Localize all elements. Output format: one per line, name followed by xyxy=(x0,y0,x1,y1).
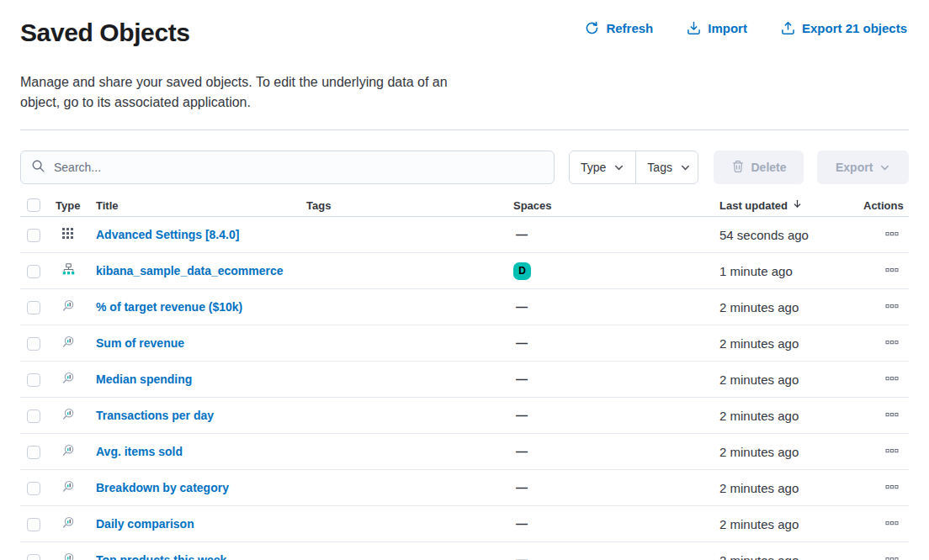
column-header-tags: Tags xyxy=(306,199,513,212)
refresh-icon xyxy=(585,21,599,35)
spaces-cell: — xyxy=(513,480,719,495)
saved-object-title-link[interactable]: Breakdown by category xyxy=(96,481,229,494)
table-row: Daily comparison — 2 minutes ago xyxy=(20,506,909,542)
import-icon xyxy=(687,21,701,35)
boxes-horizontal-icon xyxy=(885,335,899,351)
row-actions-button[interactable] xyxy=(884,298,900,317)
export-selection-label: Export xyxy=(836,161,873,174)
row-checkbox[interactable] xyxy=(27,409,40,423)
table-row: % of target revenue ($10k) — 2 minutes a… xyxy=(20,289,909,325)
column-header-type[interactable]: Type xyxy=(56,199,96,212)
type-filter-button[interactable]: Type xyxy=(570,151,635,183)
last-updated-cell: 2 minutes ago xyxy=(719,372,863,387)
boxes-horizontal-icon xyxy=(885,552,899,560)
spaces-empty-dash: — xyxy=(513,445,528,458)
last-updated-cell: 2 minutes ago xyxy=(719,481,863,495)
trash-icon xyxy=(731,160,745,176)
spaces-empty-dash: — xyxy=(513,336,528,350)
row-actions-button[interactable] xyxy=(884,551,900,560)
row-checkbox[interactable] xyxy=(27,301,40,314)
table-row: Median spending — 2 minutes ago xyxy=(20,362,909,398)
spaces-empty-dash: — xyxy=(513,409,528,422)
refresh-label: Refresh xyxy=(606,21,653,35)
search-input[interactable] xyxy=(52,160,544,175)
export-selection-button[interactable]: Export xyxy=(817,151,909,184)
chevron-down-icon xyxy=(613,162,624,173)
row-actions-button[interactable] xyxy=(884,442,900,462)
row-actions-button[interactable] xyxy=(884,262,900,281)
toolbar: Type Tags Delete Export xyxy=(20,151,909,184)
space-badge-default: D xyxy=(513,262,531,280)
table-row: Avg. items sold — 2 minutes ago xyxy=(20,434,909,470)
table-row: Breakdown by category — 2 minutes ago xyxy=(20,470,909,506)
spaces-cell: — xyxy=(513,335,719,351)
row-checkbox[interactable] xyxy=(27,337,40,351)
boxes-horizontal-icon xyxy=(885,408,899,424)
saved-object-title-link[interactable]: Avg. items sold xyxy=(96,445,183,458)
row-checkbox[interactable] xyxy=(27,482,40,495)
spaces-cell: — xyxy=(513,552,719,560)
import-button[interactable]: Import xyxy=(687,21,747,35)
row-actions-button[interactable] xyxy=(884,515,900,534)
saved-object-title-link[interactable]: Top products this week xyxy=(96,553,226,560)
delete-button[interactable]: Delete xyxy=(714,151,804,184)
last-updated-cell: 2 minutes ago xyxy=(719,336,863,351)
header-divider xyxy=(20,129,909,130)
row-checkbox[interactable] xyxy=(27,518,40,531)
sort-desc-arrow-icon xyxy=(792,198,803,212)
boxes-horizontal-icon xyxy=(885,444,899,460)
row-actions-button[interactable] xyxy=(884,370,900,389)
column-header-spaces: Spaces xyxy=(513,199,719,212)
row-checkbox[interactable] xyxy=(27,446,40,459)
spaces-cell: — xyxy=(513,299,719,314)
refresh-button[interactable]: Refresh xyxy=(585,21,653,35)
tags-filter-button[interactable]: Tags xyxy=(635,151,698,183)
delete-label: Delete xyxy=(751,161,787,174)
select-all-checkbox[interactable] xyxy=(27,198,40,212)
spaces-cell: — xyxy=(513,227,719,242)
saved-object-title-link[interactable]: Advanced Settings [8.4.0] xyxy=(96,228,239,241)
type-filter-label: Type xyxy=(581,161,606,174)
last-updated-cell: 54 seconds ago xyxy=(719,228,863,242)
spaces-empty-dash: — xyxy=(513,300,528,314)
lens-icon xyxy=(62,480,75,493)
boxes-horizontal-icon xyxy=(885,227,899,243)
filter-group: Type Tags xyxy=(569,151,698,184)
spaces-empty-dash: — xyxy=(513,517,528,531)
header-actions: Refresh Import Export 21 objects xyxy=(585,21,907,35)
row-checkbox[interactable] xyxy=(27,265,40,278)
index-pattern-icon xyxy=(62,263,75,276)
chevron-down-icon xyxy=(879,162,890,173)
boxes-horizontal-icon xyxy=(885,299,899,315)
boxes-horizontal-icon xyxy=(885,480,899,496)
tags-filter-label: Tags xyxy=(647,161,672,174)
table-row: Advanced Settings [8.4.0] — 54 seconds a… xyxy=(20,217,909,253)
row-checkbox[interactable] xyxy=(27,229,40,242)
row-checkbox[interactable] xyxy=(27,554,40,560)
column-header-actions: Actions xyxy=(863,199,910,212)
boxes-horizontal-icon xyxy=(885,516,899,532)
export-button[interactable]: Export 21 objects xyxy=(781,21,907,35)
saved-object-title-link[interactable]: Sum of revenue xyxy=(96,336,184,350)
row-actions-button[interactable] xyxy=(884,225,900,245)
column-header-last-updated[interactable]: Last updated xyxy=(719,198,863,212)
export-icon xyxy=(781,21,795,35)
saved-object-title-link[interactable]: Transactions per day xyxy=(96,409,214,422)
spaces-empty-dash: — xyxy=(513,228,528,241)
saved-object-title-link[interactable]: Median spending xyxy=(96,372,192,386)
advanced-settings-icon xyxy=(62,227,75,240)
last-updated-cell: 2 minutes ago xyxy=(719,517,863,531)
spaces-cell: — xyxy=(513,516,719,531)
spaces-empty-dash: — xyxy=(513,481,528,494)
saved-object-title-link[interactable]: % of target revenue ($10k) xyxy=(96,300,242,314)
spaces-cell: — xyxy=(513,408,719,423)
row-actions-button[interactable] xyxy=(884,334,900,353)
import-label: Import xyxy=(708,21,747,35)
saved-object-title-link[interactable]: Daily comparison xyxy=(96,517,194,531)
saved-object-title-link[interactable]: kibana_sample_data_ecommerce xyxy=(96,264,284,277)
column-header-title[interactable]: Title xyxy=(96,199,306,212)
saved-objects-page: Saved Objects Refresh Import Export 21 o… xyxy=(0,0,929,560)
row-actions-button[interactable] xyxy=(884,478,900,498)
row-actions-button[interactable] xyxy=(884,406,900,425)
row-checkbox[interactable] xyxy=(27,373,40,387)
